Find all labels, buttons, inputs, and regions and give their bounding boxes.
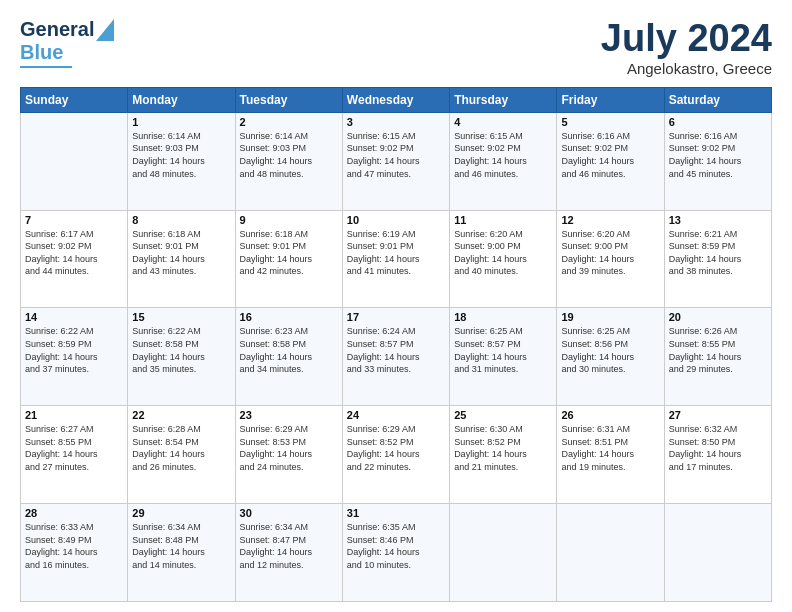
cell-daylight-info: Sunrise: 6:15 AM Sunset: 9:02 PM Dayligh…: [454, 130, 552, 180]
day-number: 17: [347, 311, 445, 323]
logo-triangle-icon: [96, 19, 114, 41]
day-number: 22: [132, 409, 230, 421]
day-number: 16: [240, 311, 338, 323]
header: General Blue July 2024 Angelokastro, Gre…: [20, 18, 772, 77]
calendar-cell: 23Sunrise: 6:29 AM Sunset: 8:53 PM Dayli…: [235, 406, 342, 504]
subtitle: Angelokastro, Greece: [601, 60, 772, 77]
cell-daylight-info: Sunrise: 6:32 AM Sunset: 8:50 PM Dayligh…: [669, 423, 767, 473]
calendar-cell: 22Sunrise: 6:28 AM Sunset: 8:54 PM Dayli…: [128, 406, 235, 504]
calendar-cell: 16Sunrise: 6:23 AM Sunset: 8:58 PM Dayli…: [235, 308, 342, 406]
cell-daylight-info: Sunrise: 6:29 AM Sunset: 8:53 PM Dayligh…: [240, 423, 338, 473]
calendar-cell: 14Sunrise: 6:22 AM Sunset: 8:59 PM Dayli…: [21, 308, 128, 406]
day-number: 7: [25, 214, 123, 226]
day-number: 23: [240, 409, 338, 421]
calendar-cell: 6Sunrise: 6:16 AM Sunset: 9:02 PM Daylig…: [664, 112, 771, 210]
calendar-cell: 20Sunrise: 6:26 AM Sunset: 8:55 PM Dayli…: [664, 308, 771, 406]
cell-daylight-info: Sunrise: 6:30 AM Sunset: 8:52 PM Dayligh…: [454, 423, 552, 473]
day-number: 13: [669, 214, 767, 226]
calendar-cell: 30Sunrise: 6:34 AM Sunset: 8:47 PM Dayli…: [235, 504, 342, 602]
day-number: 3: [347, 116, 445, 128]
calendar-cell: 5Sunrise: 6:16 AM Sunset: 9:02 PM Daylig…: [557, 112, 664, 210]
cell-daylight-info: Sunrise: 6:21 AM Sunset: 8:59 PM Dayligh…: [669, 228, 767, 278]
calendar-cell: 1Sunrise: 6:14 AM Sunset: 9:03 PM Daylig…: [128, 112, 235, 210]
cell-daylight-info: Sunrise: 6:24 AM Sunset: 8:57 PM Dayligh…: [347, 325, 445, 375]
calendar-cell: 8Sunrise: 6:18 AM Sunset: 9:01 PM Daylig…: [128, 210, 235, 308]
calendar-cell: 15Sunrise: 6:22 AM Sunset: 8:58 PM Dayli…: [128, 308, 235, 406]
day-number: 25: [454, 409, 552, 421]
day-number: 28: [25, 507, 123, 519]
day-number: 21: [25, 409, 123, 421]
calendar-cell: 9Sunrise: 6:18 AM Sunset: 9:01 PM Daylig…: [235, 210, 342, 308]
calendar-header-saturday: Saturday: [664, 87, 771, 112]
cell-daylight-info: Sunrise: 6:34 AM Sunset: 8:48 PM Dayligh…: [132, 521, 230, 571]
calendar-week-5: 28Sunrise: 6:33 AM Sunset: 8:49 PM Dayli…: [21, 504, 772, 602]
calendar-cell: 18Sunrise: 6:25 AM Sunset: 8:57 PM Dayli…: [450, 308, 557, 406]
cell-daylight-info: Sunrise: 6:25 AM Sunset: 8:57 PM Dayligh…: [454, 325, 552, 375]
day-number: 31: [347, 507, 445, 519]
calendar-header-friday: Friday: [557, 87, 664, 112]
calendar-cell: 29Sunrise: 6:34 AM Sunset: 8:48 PM Dayli…: [128, 504, 235, 602]
day-number: 1: [132, 116, 230, 128]
cell-daylight-info: Sunrise: 6:17 AM Sunset: 9:02 PM Dayligh…: [25, 228, 123, 278]
svg-marker-0: [96, 19, 114, 41]
cell-daylight-info: Sunrise: 6:14 AM Sunset: 9:03 PM Dayligh…: [240, 130, 338, 180]
calendar-cell: 27Sunrise: 6:32 AM Sunset: 8:50 PM Dayli…: [664, 406, 771, 504]
calendar-header-row: SundayMondayTuesdayWednesdayThursdayFrid…: [21, 87, 772, 112]
calendar-week-4: 21Sunrise: 6:27 AM Sunset: 8:55 PM Dayli…: [21, 406, 772, 504]
day-number: 8: [132, 214, 230, 226]
cell-daylight-info: Sunrise: 6:22 AM Sunset: 8:58 PM Dayligh…: [132, 325, 230, 375]
day-number: 14: [25, 311, 123, 323]
cell-daylight-info: Sunrise: 6:20 AM Sunset: 9:00 PM Dayligh…: [454, 228, 552, 278]
cell-daylight-info: Sunrise: 6:15 AM Sunset: 9:02 PM Dayligh…: [347, 130, 445, 180]
calendar-cell: 26Sunrise: 6:31 AM Sunset: 8:51 PM Dayli…: [557, 406, 664, 504]
cell-daylight-info: Sunrise: 6:20 AM Sunset: 9:00 PM Dayligh…: [561, 228, 659, 278]
day-number: 26: [561, 409, 659, 421]
calendar-header-wednesday: Wednesday: [342, 87, 449, 112]
day-number: 12: [561, 214, 659, 226]
cell-daylight-info: Sunrise: 6:31 AM Sunset: 8:51 PM Dayligh…: [561, 423, 659, 473]
day-number: 10: [347, 214, 445, 226]
day-number: 5: [561, 116, 659, 128]
logo-general: General: [20, 18, 94, 41]
calendar-cell: [21, 112, 128, 210]
logo-underline: [20, 66, 72, 68]
calendar-cell: 31Sunrise: 6:35 AM Sunset: 8:46 PM Dayli…: [342, 504, 449, 602]
cell-daylight-info: Sunrise: 6:14 AM Sunset: 9:03 PM Dayligh…: [132, 130, 230, 180]
day-number: 19: [561, 311, 659, 323]
calendar-cell: 12Sunrise: 6:20 AM Sunset: 9:00 PM Dayli…: [557, 210, 664, 308]
cell-daylight-info: Sunrise: 6:33 AM Sunset: 8:49 PM Dayligh…: [25, 521, 123, 571]
day-number: 2: [240, 116, 338, 128]
calendar-cell: 17Sunrise: 6:24 AM Sunset: 8:57 PM Dayli…: [342, 308, 449, 406]
cell-daylight-info: Sunrise: 6:34 AM Sunset: 8:47 PM Dayligh…: [240, 521, 338, 571]
day-number: 9: [240, 214, 338, 226]
calendar-cell: 24Sunrise: 6:29 AM Sunset: 8:52 PM Dayli…: [342, 406, 449, 504]
calendar-cell: 19Sunrise: 6:25 AM Sunset: 8:56 PM Dayli…: [557, 308, 664, 406]
calendar-header-sunday: Sunday: [21, 87, 128, 112]
calendar-cell: [664, 504, 771, 602]
calendar-week-2: 7Sunrise: 6:17 AM Sunset: 9:02 PM Daylig…: [21, 210, 772, 308]
calendar-cell: [450, 504, 557, 602]
logo-blue: Blue: [20, 41, 63, 64]
day-number: 29: [132, 507, 230, 519]
calendar-cell: 2Sunrise: 6:14 AM Sunset: 9:03 PM Daylig…: [235, 112, 342, 210]
calendar-header-tuesday: Tuesday: [235, 87, 342, 112]
calendar-week-1: 1Sunrise: 6:14 AM Sunset: 9:03 PM Daylig…: [21, 112, 772, 210]
logo: General Blue: [20, 18, 114, 68]
day-number: 20: [669, 311, 767, 323]
day-number: 24: [347, 409, 445, 421]
calendar-table: SundayMondayTuesdayWednesdayThursdayFrid…: [20, 87, 772, 602]
cell-daylight-info: Sunrise: 6:35 AM Sunset: 8:46 PM Dayligh…: [347, 521, 445, 571]
calendar-cell: 7Sunrise: 6:17 AM Sunset: 9:02 PM Daylig…: [21, 210, 128, 308]
calendar-cell: 3Sunrise: 6:15 AM Sunset: 9:02 PM Daylig…: [342, 112, 449, 210]
day-number: 30: [240, 507, 338, 519]
calendar-cell: 4Sunrise: 6:15 AM Sunset: 9:02 PM Daylig…: [450, 112, 557, 210]
main-title: July 2024: [601, 18, 772, 60]
page: General Blue July 2024 Angelokastro, Gre…: [0, 0, 792, 612]
calendar-cell: [557, 504, 664, 602]
day-number: 15: [132, 311, 230, 323]
cell-daylight-info: Sunrise: 6:23 AM Sunset: 8:58 PM Dayligh…: [240, 325, 338, 375]
calendar-cell: 25Sunrise: 6:30 AM Sunset: 8:52 PM Dayli…: [450, 406, 557, 504]
calendar-cell: 11Sunrise: 6:20 AM Sunset: 9:00 PM Dayli…: [450, 210, 557, 308]
day-number: 6: [669, 116, 767, 128]
calendar-header-thursday: Thursday: [450, 87, 557, 112]
